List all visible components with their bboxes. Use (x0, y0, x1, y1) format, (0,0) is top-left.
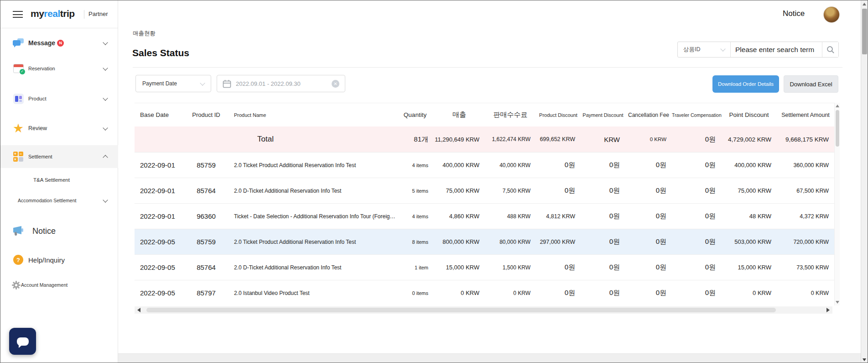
hamburger-menu-icon[interactable] (13, 11, 23, 18)
table-row[interactable]: 2022-09-01857642.0 D-Ticket Additional R… (135, 178, 834, 203)
search-category-select[interactable]: 상품ID (678, 42, 731, 57)
table-cell: 7,500 KRW (485, 188, 536, 194)
table-cell: 2.0 Istanbul Video Product Test (229, 290, 396, 296)
table-cell: 0원 (581, 212, 625, 221)
column-header: Base Date (135, 111, 184, 118)
total-cell: KRW (581, 136, 625, 143)
scroll-down-icon[interactable] (836, 301, 839, 304)
sidebar-item-label: Help/Inquiry (28, 256, 65, 264)
column-header: Point Discount (721, 111, 777, 118)
table-row[interactable]: 2022-09-01857592.0 Ticket Product Additi… (135, 152, 834, 178)
total-cell: 699,652 KRW (536, 136, 581, 142)
sidebar-item-settlement[interactable]: +−× Settlement (0, 147, 118, 166)
table-cell: 85764 (184, 187, 229, 195)
logo-real: real (44, 8, 60, 19)
table-vertical-scrollbar[interactable] (834, 103, 840, 305)
search-icon (826, 46, 835, 54)
scroll-up-icon[interactable] (863, 3, 866, 5)
total-cell: 81개 (396, 135, 434, 144)
table-cell: 2022-09-01 (135, 212, 184, 220)
sidebar-item-label: Review (28, 125, 47, 132)
table-cell: 4,860 KRW (434, 213, 485, 220)
total-label: Total (135, 135, 396, 144)
scroll-down-icon[interactable] (863, 358, 866, 361)
table-cell: 2022-09-05 (135, 263, 184, 271)
partner-label: Partner (88, 11, 108, 17)
sidebar-item-help[interactable]: ? Help/Inquiry (0, 251, 118, 269)
scrollbar-thumb[interactable] (862, 9, 867, 54)
reservation-icon: ✓ (12, 64, 24, 73)
sidebar-item-label: Reservation (28, 66, 55, 71)
sidebar-item-product[interactable]: Product (0, 89, 118, 108)
calendar-icon (223, 79, 231, 88)
table-row[interactable]: 2022-09-05857592.0 Ticket Product Additi… (135, 229, 834, 254)
avatar[interactable] (823, 6, 840, 23)
table-cell: 73,500 KRW (777, 264, 834, 271)
sidebar-item-message[interactable]: Message N (0, 34, 118, 52)
chevron-down-icon (103, 95, 108, 100)
search-button[interactable] (822, 42, 838, 57)
date-range-picker[interactable]: 2022.09.01 - 2022.09.30 ✕ (217, 75, 345, 92)
sidebar-item-tna-settlement[interactable]: T&A Settlement (0, 171, 118, 189)
page-title: Sales Status (132, 47, 189, 58)
table-cell: 503,000 KRW (721, 238, 777, 245)
divider (133, 67, 842, 68)
table-cell: 15,000 KRW (434, 264, 485, 271)
search-input[interactable] (731, 42, 822, 57)
date-type-select[interactable]: Payment Date (135, 75, 211, 92)
table-horizontal-scrollbar[interactable] (135, 306, 832, 314)
sidebar-item-reservation[interactable]: ✓ Reservation (0, 59, 118, 78)
window-vertical-scrollbar[interactable] (861, 0, 868, 363)
chat-bubble-icon (17, 337, 29, 346)
column-header: 판매수수료 (485, 110, 536, 119)
download-order-details-button[interactable]: Download Order Details (712, 75, 779, 93)
chat-widget-button[interactable] (9, 328, 36, 355)
clear-date-icon[interactable]: ✕ (332, 80, 339, 88)
table-body: 2022-09-01857592.0 Ticket Product Additi… (135, 152, 840, 305)
sidebar-item-notice[interactable]: Notice (0, 222, 118, 240)
table-cell: 2022-09-01 (135, 187, 184, 195)
table-row[interactable]: 2022-09-05857972.0 Istanbul Video Produc… (135, 280, 834, 305)
table-row[interactable]: 2022-09-05857642.0 D-Ticket Additional R… (135, 254, 834, 280)
scroll-left-icon[interactable] (137, 308, 140, 312)
table-cell: 400,000 KRW (721, 162, 777, 168)
scroll-right-icon[interactable] (826, 308, 830, 312)
table-cell: 0원 (625, 263, 672, 272)
table-row[interactable]: 2022-09-0196360Ticket - Date Selection -… (135, 203, 834, 229)
total-cell: 1,622,474 KRW (485, 136, 536, 142)
scroll-up-icon[interactable] (836, 105, 839, 107)
table-cell: 4,812 KRW (536, 213, 581, 220)
column-header: Traveler Compensation (672, 112, 721, 118)
scrollbar-thumb[interactable] (146, 308, 776, 312)
download-excel-button[interactable]: Download Excel (784, 75, 838, 93)
column-header: Payment Discount (581, 112, 625, 118)
table-cell: 4 items (396, 214, 434, 219)
table-cell: 85797 (184, 289, 229, 297)
sidebar-item-label: Settlement (28, 154, 52, 159)
table-cell: 67,500 KRW (777, 188, 834, 194)
table-cell: 0원 (672, 186, 721, 195)
product-icon (12, 94, 24, 104)
scrollbar-thumb[interactable] (836, 110, 839, 147)
sidebar-item-label: Accommodation Settlement (18, 198, 76, 203)
sidebar-item-account-management[interactable]: Account Management (0, 276, 118, 294)
column-header: Settlement Amount (777, 112, 834, 118)
header-notice-link[interactable]: Notice (783, 9, 805, 18)
sidebar-item-review[interactable]: ★ Review (0, 119, 118, 137)
table-cell: Ticket - Date Selection - Additional Res… (229, 213, 396, 220)
message-icon (12, 38, 24, 47)
total-cell: 11,290,649 KRW (434, 136, 485, 143)
table-cell: 0원 (672, 237, 721, 246)
sidebar-topbar: myrealtrip Partner (0, 0, 118, 28)
column-header: Cancellation Fee (625, 112, 672, 118)
logo-my: my (31, 8, 44, 19)
myrealtrip-logo[interactable]: myrealtrip (31, 8, 75, 19)
breadcrumb: 매출현황 (133, 30, 156, 37)
table-cell: 15,000 KRW (721, 264, 777, 271)
table-total-row: Total 81개11,290,649 KRW1,622,474 KRW699,… (135, 126, 834, 152)
total-cell: 0원 (672, 135, 721, 144)
table-cell: 40,000 KRW (485, 162, 536, 168)
sidebar-item-accommodation-settlement[interactable]: Accommodation Settlement (0, 191, 118, 210)
table-cell: 0원 (625, 186, 672, 195)
table-cell: 5 items (396, 188, 434, 194)
